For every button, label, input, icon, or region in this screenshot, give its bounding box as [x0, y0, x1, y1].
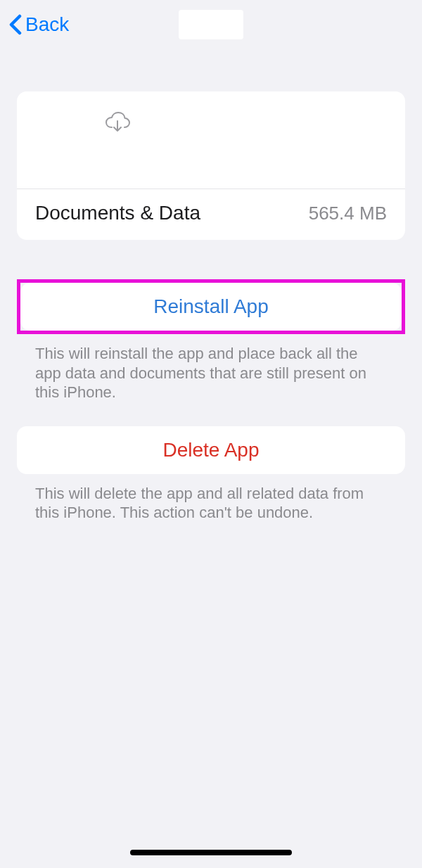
page-title-placeholder: [179, 10, 243, 39]
delete-footer: This will delete the app and all related…: [17, 474, 405, 523]
reinstall-app-button[interactable]: Reinstall App: [20, 283, 402, 331]
documents-label: Documents & Data: [35, 202, 200, 224]
chevron-left-icon: [7, 14, 24, 35]
documents-data-row: Documents & Data 565.4 MB: [17, 189, 405, 240]
reinstall-footer: This will reinstall the app and place ba…: [17, 334, 405, 402]
delete-app-button[interactable]: Delete App: [17, 426, 405, 474]
reinstall-label: Reinstall App: [153, 295, 268, 317]
app-info-card: Documents & Data 565.4 MB: [17, 91, 405, 240]
back-label: Back: [25, 13, 69, 36]
cloud-download-icon: [104, 111, 131, 136]
app-header-row: [17, 91, 405, 189]
home-indicator[interactable]: [130, 850, 292, 855]
settings-content: Documents & Data 565.4 MB Reinstall App …: [0, 91, 422, 523]
back-button[interactable]: Back: [7, 13, 69, 36]
documents-size: 565.4 MB: [309, 203, 387, 224]
reinstall-highlight: Reinstall App: [17, 279, 405, 334]
delete-label: Delete App: [163, 439, 260, 461]
navigation-bar: Back: [0, 0, 422, 49]
